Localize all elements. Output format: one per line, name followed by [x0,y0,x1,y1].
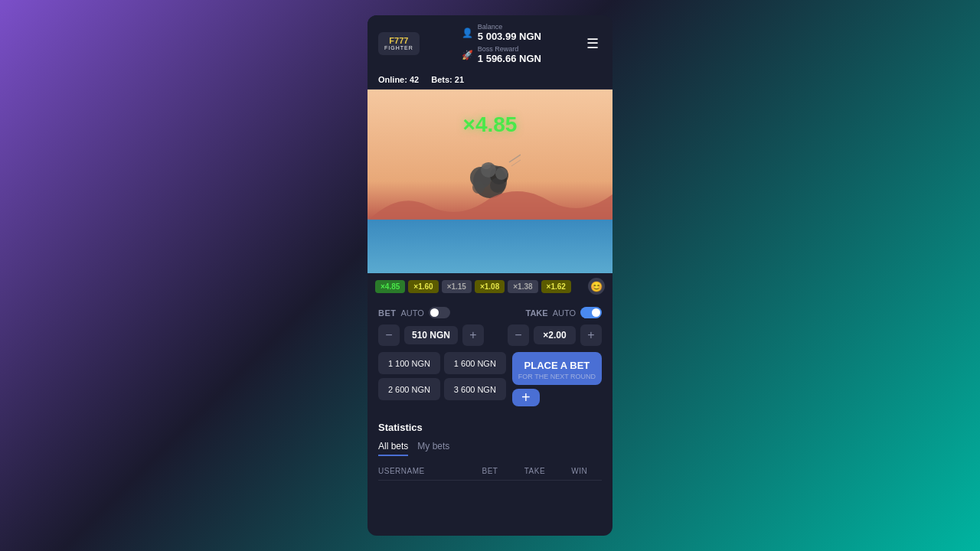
take-label: TAKE [526,308,548,318]
reward-row: 🚀 Boss Reward 1 596.66 NGN [462,45,541,64]
logo-box: F777 FIGHTER [378,32,420,55]
take-toggle-knob [592,308,600,317]
bet-controls: BET AUTO TAKE AUTO − 510 NGN + − ×2.00 + [368,299,612,414]
take-increase-button[interactable]: + [580,324,602,346]
balance-row: 👤 Balance 5 003.99 NGN [462,23,541,42]
svg-point-7 [482,163,491,169]
logo: F777 FIGHTER [378,32,420,55]
balance-value: 5 003.99 NGN [478,31,541,42]
th-take: TAKE [512,467,557,475]
online-status: Online: 42 [378,75,419,84]
tab-my-bets[interactable]: My bets [417,441,449,456]
quick-and-place: 1 100 NGN 1 600 NGN 2 600 NGN 3 600 NGN … [378,352,602,406]
history-chip-4[interactable]: ×1.38 [508,280,537,293]
reward-info: Boss Reward 1 596.66 NGN [478,45,541,64]
bet-value: 510 NGN [404,326,458,344]
place-bet-label: PLACE A BET [524,360,590,371]
menu-button[interactable]: ☰ [583,32,602,55]
svg-line-10 [511,160,521,166]
auto-take-toggle[interactable] [580,307,602,318]
quick-bet-1[interactable]: 1 100 NGN [378,352,440,374]
reward-value: 1 596.66 NGN [478,53,541,64]
history-bar: ×4.85 ×1.60 ×1.15 ×1.08 ×1.38 ×1.62 😊 [368,273,612,299]
bets-status: Bets: 21 [431,75,464,84]
balance-section: 👤 Balance 5 003.99 NGN 🚀 Boss Reward 1 5… [462,23,541,64]
take-value: ×2.00 [534,326,576,344]
quick-bet-3[interactable]: 2 600 NGN [378,378,440,400]
user-icon: 👤 [462,28,473,38]
stats-table: USERNAME BET TAKE WIN [378,462,602,481]
take-decrease-button[interactable]: − [508,324,529,346]
history-chip-0[interactable]: ×4.85 [375,280,405,293]
quick-bets-grid: 1 100 NGN 1 600 NGN 2 600 NGN 3 600 NGN [378,352,506,400]
th-win: WIN [557,467,602,475]
take-section: TAKE AUTO [494,307,602,318]
bet-decrease-button[interactable]: − [378,324,400,346]
app-container: F777 FIGHTER 👤 Balance 5 003.99 NGN 🚀 Bo… [368,15,612,536]
emoji-button[interactable]: 😊 [588,278,605,295]
history-chip-2[interactable]: ×1.15 [442,280,472,293]
tab-all-bets[interactable]: All bets [378,441,408,456]
th-username: USERNAME [378,467,468,475]
auto-bet-toggle[interactable] [429,307,450,318]
auto-take-label: AUTO [553,308,576,318]
statistics-title: Statistics [378,422,602,433]
auto-bet-label: AUTO [401,308,424,318]
status-bar: Online: 42 Bets: 21 [368,72,612,90]
balance-info: Balance 5 003.99 NGN [478,23,541,42]
bet-increase-button[interactable]: + [462,324,484,346]
stats-tabs: All bets My bets [378,441,602,456]
stepper-row: − 510 NGN + − ×2.00 + [378,324,602,346]
game-canvas: ×4.85 [368,90,612,273]
balance-label: Balance [478,23,541,31]
bet-label: BET [378,308,397,318]
place-bet-button[interactable]: PLACE A BET FOR THE NEXT ROUND [512,352,602,385]
place-bet-sub: FOR THE NEXT ROUND [518,373,596,380]
add-bet-button[interactable]: + [512,389,540,406]
table-header: USERNAME BET TAKE WIN [378,462,602,481]
svg-point-8 [492,165,500,170]
place-bet-area: PLACE A BET FOR THE NEXT ROUND + [512,352,602,406]
th-bet: BET [468,467,512,475]
water-area [368,220,612,273]
logo-f777: F777 [384,37,413,45]
reward-label: Boss Reward [478,45,541,53]
history-chip-3[interactable]: ×1.08 [475,280,505,293]
bet-label-group: BET AUTO [378,307,486,318]
multiplier-display: ×4.85 [463,112,518,137]
bet-labels-row: BET AUTO TAKE AUTO [378,307,602,318]
statistics-section: Statistics All bets My bets USERNAME BET… [368,414,612,481]
quick-bet-4[interactable]: 3 600 NGN [444,378,506,400]
quick-bet-2[interactable]: 1 600 NGN [444,352,506,374]
logo-fighter: FIGHTER [384,45,413,51]
header: F777 FIGHTER 👤 Balance 5 003.99 NGN 🚀 Bo… [368,15,612,72]
history-chip-5[interactable]: ×1.62 [541,280,571,293]
toggle-knob [430,308,439,317]
rocket-icon: 🚀 [462,50,473,60]
history-chip-1[interactable]: ×1.60 [408,280,438,293]
